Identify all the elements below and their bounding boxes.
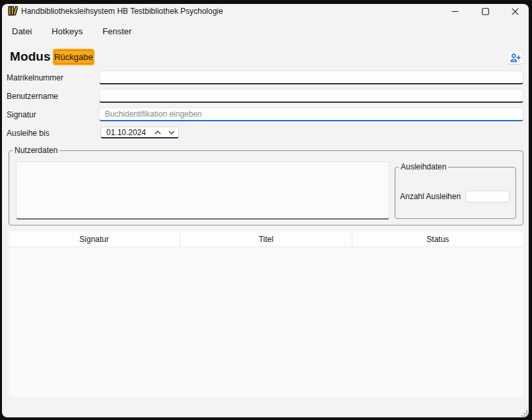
signatur-label: Signatur: [7, 110, 36, 119]
table-body: [9, 247, 523, 397]
menu-bar: Datei Hotkeys Fenster: [2, 22, 141, 41]
matrikelnummer-label: Matrikelnummer: [7, 73, 63, 82]
ausleihe-bis-datepicker[interactable]: 01.10.2024: [100, 127, 179, 138]
date-increment-button[interactable]: [150, 127, 164, 137]
nutzerdaten-group-label: Nutzerdaten: [13, 146, 59, 156]
menu-item-hotkeys[interactable]: Hotkeys: [42, 23, 92, 40]
app-window: Handbibliotheksleihsystem HB Testbibliot…: [2, 4, 529, 417]
window-title: Handbibliotheksleihsystem HB Testbibliot…: [21, 6, 223, 16]
ausleihdaten-groupbox: Ausleihdaten Anzahl Ausleihen: [395, 167, 516, 219]
mode-heading: Modus: [10, 49, 51, 64]
maximize-icon: [482, 8, 489, 15]
title-bar[interactable]: Handbibliotheksleihsystem HB Testbibliot…: [2, 4, 529, 24]
matrikelnummer-input[interactable]: [99, 71, 523, 84]
column-header-status[interactable]: Status: [352, 231, 523, 247]
chevron-down-icon: [168, 131, 175, 135]
date-value: 01.10.2024: [106, 128, 146, 137]
benutzername-input[interactable]: [99, 89, 523, 103]
close-button[interactable]: [500, 4, 529, 18]
close-icon: [512, 8, 519, 15]
results-table: Signatur Titel Status: [9, 231, 523, 397]
nutzerdaten-textarea[interactable]: [16, 162, 389, 220]
anzahl-ausleihen-label: Anzahl Ausleihen: [400, 192, 461, 201]
column-header-signatur[interactable]: Signatur: [9, 231, 180, 247]
minimize-icon: [451, 8, 459, 15]
table-header-row: Signatur Titel Status: [9, 231, 523, 247]
menu-item-fenster[interactable]: Fenster: [92, 23, 141, 40]
chevron-up-icon: [154, 131, 161, 135]
nutzerdaten-groupbox: Nutzerdaten Ausleihdaten Anzahl Ausleihe…: [9, 150, 523, 225]
signatur-input[interactable]: [99, 107, 523, 121]
menu-item-datei[interactable]: Datei: [2, 23, 42, 40]
ausleihdaten-group-label: Ausleihdaten: [399, 162, 448, 172]
app-books-icon: [8, 5, 18, 16]
anzahl-ausleihen-input[interactable]: [465, 191, 510, 202]
date-decrement-button[interactable]: [164, 127, 178, 137]
mode-badge: Rückgabe: [53, 49, 94, 65]
add-user-button[interactable]: [507, 51, 523, 65]
resize-grip[interactable]: [521, 411, 528, 417]
maximize-button[interactable]: [471, 4, 500, 18]
person-add-icon: [510, 53, 521, 63]
column-header-titel[interactable]: Titel: [180, 231, 351, 247]
ausleihe-bis-label: Ausleihe bis: [7, 129, 50, 138]
benutzername-label: Benutzername: [7, 92, 58, 101]
minimize-button[interactable]: [440, 4, 469, 18]
